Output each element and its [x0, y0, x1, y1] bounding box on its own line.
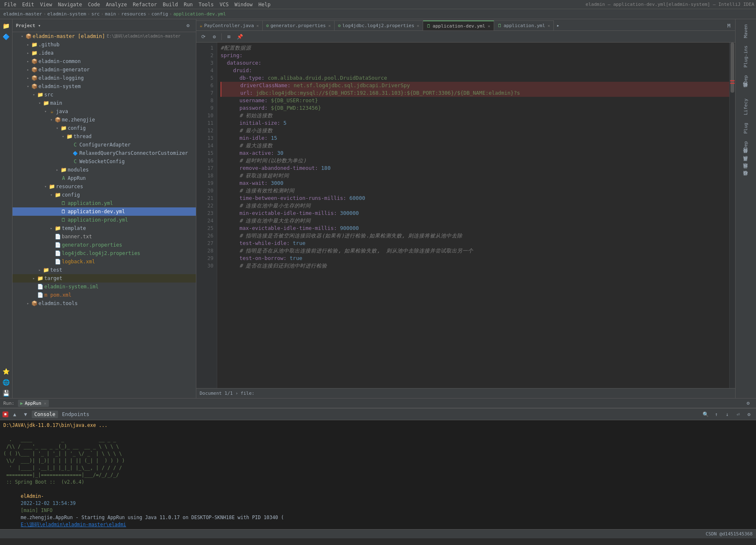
- tree-websocket-config[interactable]: C WebSocketConfig: [13, 157, 196, 166]
- tab-close-application-dev-yml[interactable]: ✕: [488, 24, 490, 28]
- right-dep2[interactable]: Dep: [741, 138, 750, 153]
- bc-config[interactable]: config: [152, 11, 168, 17]
- bc-project[interactable]: eladmin-master: [3, 11, 42, 17]
- run-tab-apprun[interactable]: ▶ AppRun ✕: [18, 400, 49, 407]
- tree-banner-txt[interactable]: 📄 banner.txt: [13, 232, 196, 241]
- tree-modules[interactable]: ▸ 📁 modules: [13, 166, 196, 174]
- editor-scrollbar[interactable]: [729, 43, 735, 388]
- tab-close-application-yml[interactable]: ✕: [548, 23, 550, 28]
- tree-iml[interactable]: 📄 eladmin-system.iml: [13, 283, 196, 291]
- tab-close-generator-props[interactable]: ✕: [328, 23, 331, 28]
- right-dep[interactable]: Dep: [741, 72, 750, 87]
- tree-pom-xml[interactable]: 📄 m pom.xml: [13, 291, 196, 299]
- tree-package[interactable]: ▾ 📦 me.zhengjie: [13, 116, 196, 124]
- tab-paycontroller[interactable]: ☕ PayController.java ✕: [196, 20, 263, 30]
- tab-close-paycontroller[interactable]: ✕: [256, 23, 259, 28]
- menu-refactor[interactable]: Refactor: [130, 1, 160, 8]
- tree-relaxed-query[interactable]: 🔷 RelaxedQueryCharsConnectorCustomizer: [13, 149, 196, 157]
- menu-vcs[interactable]: VCS: [217, 1, 231, 8]
- menu-file[interactable]: File: [2, 1, 19, 8]
- right-core-module[interactable]: 核心模块: [741, 176, 751, 183]
- tree-template[interactable]: ▸ 📁 template: [13, 224, 196, 232]
- log-link-1[interactable]: E:\源码\eladmin\eladmin-master\eladmi: [21, 522, 126, 527]
- menu-window[interactable]: Window: [232, 1, 255, 8]
- bc-src[interactable]: src: [91, 11, 100, 17]
- tree-thread-folder[interactable]: ▾ 📁 thread: [13, 132, 196, 141]
- tree-resources[interactable]: ▾ 📁 resources: [13, 182, 196, 191]
- right-lifecycle[interactable]: Lifecy: [741, 95, 750, 119]
- down2-btn[interactable]: ↓: [723, 410, 732, 419]
- code-content[interactable]: #配置数据源 spring: datasource: druid: db-typ: [217, 43, 729, 388]
- run-settings-btn[interactable]: ⚙: [743, 399, 753, 408]
- project-icon[interactable]: 📁: [1, 21, 11, 31]
- wrap-btn[interactable]: ⏎: [733, 410, 743, 419]
- web-icon[interactable]: 🌐: [1, 377, 11, 387]
- tree-configurer-adapter[interactable]: C ConfigurerAdapter: [13, 141, 196, 149]
- endpoints-tab[interactable]: Endpoints: [60, 411, 92, 418]
- tree-application-yml[interactable]: 🗒 application.yml: [13, 199, 196, 207]
- tree-log4jdbc-props[interactable]: 📄 log4jdbc.log4j2.properties: [13, 249, 196, 257]
- console-tab[interactable]: Console: [32, 411, 58, 418]
- tab-application-dev-yml[interactable]: 🗒 application-dev.yml ✕: [423, 20, 494, 30]
- persistence-icon[interactable]: 💾: [1, 388, 11, 398]
- bc-module[interactable]: eladmin-system: [47, 11, 86, 17]
- tab-overflow-arrow[interactable]: ▸: [554, 20, 562, 30]
- tree-logback-xml[interactable]: 📄 logback.xml: [13, 257, 196, 266]
- scroll-down-btn[interactable]: ▼: [21, 410, 30, 419]
- up2-btn[interactable]: ↑: [712, 410, 721, 419]
- bc-resources[interactable]: resources: [121, 11, 146, 17]
- maven-icon[interactable]: M: [724, 21, 733, 30]
- tree-github[interactable]: ▸ 📁 .github: [13, 40, 196, 49]
- right-common-module[interactable]: 公共模块: [741, 154, 751, 160]
- tree-application-dev-yml[interactable]: 🗒 application-dev.yml: [13, 207, 196, 216]
- tree-idea[interactable]: ▸ 📁 .idea: [13, 49, 196, 57]
- menu-view[interactable]: View: [38, 1, 55, 8]
- menu-code[interactable]: Code: [86, 1, 103, 8]
- bottom-settings-btn[interactable]: ⚙: [744, 410, 753, 419]
- tree-generator-props[interactable]: 📄 generator.properties: [13, 241, 196, 249]
- menu-analyze[interactable]: Analyze: [103, 1, 129, 8]
- tree-eladmin-system[interactable]: ▾ 📦 eladmin-system: [13, 82, 196, 91]
- right-plugins[interactable]: Plug-ins: [741, 42, 750, 71]
- favorites-icon[interactable]: ⭐: [1, 366, 11, 376]
- project-settings-btn[interactable]: ⚙: [183, 21, 193, 30]
- sync-btn[interactable]: ⟳: [199, 32, 208, 41]
- tree-root[interactable]: ▾ 📦 eladmin-master [eladmin] E:\源码\eladm…: [13, 32, 196, 40]
- tree-target[interactable]: ▸ 📁 target: [13, 274, 196, 283]
- stop-btn[interactable]: ■: [3, 411, 8, 417]
- right-plug2[interactable]: Plug: [741, 119, 750, 137]
- right-tools-module[interactable]: 工具模块: [741, 161, 751, 168]
- tree-eladmin-generator[interactable]: ▸ 📦 eladmin-generator: [13, 66, 196, 74]
- tree-application-prod-yml[interactable]: 🗒 application-prod.yml: [13, 216, 196, 224]
- right-maven[interactable]: Maven: [741, 21, 750, 41]
- tab-generator-props[interactable]: ⚙ generator.properties ✕: [263, 20, 335, 30]
- right-codegen[interactable]: 代码生成: [741, 88, 751, 94]
- tree-src[interactable]: ▾ 📁 src: [13, 91, 196, 99]
- menu-build[interactable]: Build: [160, 1, 180, 8]
- bc-main[interactable]: main: [105, 11, 116, 17]
- tree-resources-config[interactable]: ▾ 📁 config: [13, 191, 196, 199]
- menu-navigate[interactable]: Navigate: [56, 1, 85, 8]
- layout-btn[interactable]: ⊞: [224, 32, 233, 41]
- menu-help[interactable]: Help: [256, 1, 273, 8]
- bc-file[interactable]: application-dev.yml: [173, 11, 226, 17]
- menu-run[interactable]: Run: [181, 1, 195, 8]
- tree-test[interactable]: ▸ 📁 test: [13, 266, 196, 274]
- cog-btn[interactable]: ⚙: [210, 32, 219, 41]
- pin-btn[interactable]: 📌: [235, 32, 244, 41]
- tree-eladmin-logging[interactable]: ▸ 📦 eladmin-logging: [13, 74, 196, 82]
- menu-tools[interactable]: Tools: [196, 1, 216, 8]
- tree-main[interactable]: ▾ 📁 main: [13, 99, 196, 107]
- tab-application-yml[interactable]: 🗒 application.yml ✕: [494, 20, 554, 30]
- structure-icon[interactable]: 🔷: [1, 32, 11, 42]
- scroll-up-btn[interactable]: ▲: [10, 410, 19, 419]
- tab-log4jdbc-props[interactable]: ⚙ log4jdbc.log4j2.properties ✕: [335, 20, 423, 30]
- menu-edit[interactable]: Edit: [20, 1, 37, 8]
- tree-apprun[interactable]: A AppRun: [13, 174, 196, 182]
- tree-eladmin-common[interactable]: ▸ 📦 eladmin-common: [13, 57, 196, 66]
- tab-close-log4jdbc-props[interactable]: ✕: [417, 23, 419, 28]
- tree-eladmin-tools[interactable]: ▸ 📦 eladmin.tools: [13, 299, 196, 308]
- tree-java[interactable]: ▾ ☕ java: [13, 107, 196, 116]
- filter-btn[interactable]: 🔍: [701, 410, 710, 419]
- tree-config-folder[interactable]: ▾ 📁 config: [13, 124, 196, 132]
